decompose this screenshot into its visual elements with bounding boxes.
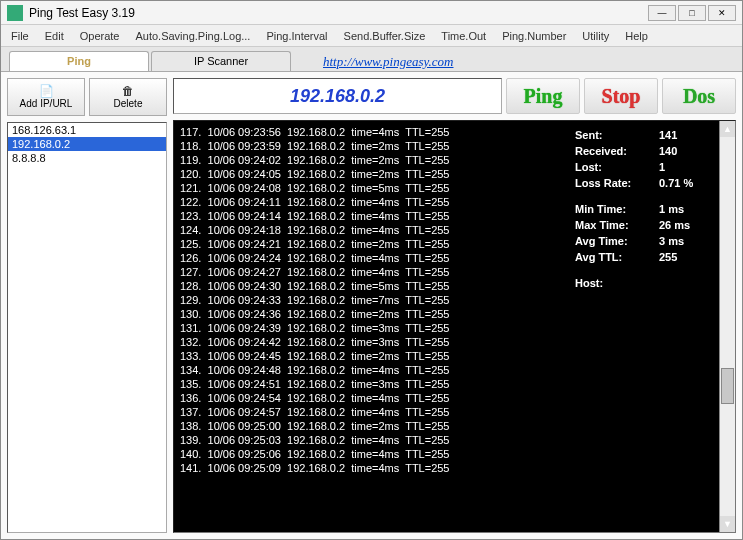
close-button[interactable]: ✕: [708, 5, 736, 21]
menu-help[interactable]: Help: [625, 30, 648, 42]
stat-avgttl-label: Avg TTL:: [575, 249, 659, 265]
stat-sent-value: 141: [659, 127, 677, 143]
delete-icon: 🗑: [122, 85, 134, 97]
toolbar-row: 📄 Add IP/URL 🗑 Delete: [7, 78, 167, 116]
menu-ping-number[interactable]: Ping.Number: [502, 30, 566, 42]
stat-host-label: Host:: [575, 275, 659, 291]
stat-avg-value: 3 ms: [659, 233, 684, 249]
stat-min-label: Min Time:: [575, 201, 659, 217]
minimize-button[interactable]: —: [648, 5, 676, 21]
stat-lossrate-value: 0.71 %: [659, 175, 693, 191]
stat-lost-label: Lost:: [575, 159, 659, 175]
menu-send-buffer-size[interactable]: Send.Buffer.Size: [344, 30, 426, 42]
stat-lossrate-label: Loss Rate:: [575, 175, 659, 191]
stat-lost-value: 1: [659, 159, 665, 175]
stat-sent-label: Sent:: [575, 127, 659, 143]
stat-received-value: 140: [659, 143, 677, 159]
add-icon: 📄: [39, 85, 54, 97]
right-panel: 192.168.0.2 Ping Stop Dos 117. 10/06 09:…: [173, 78, 736, 533]
menu-file[interactable]: File: [11, 30, 29, 42]
add-ip-button[interactable]: 📄 Add IP/URL: [7, 78, 85, 116]
stop-button[interactable]: Stop: [584, 78, 658, 114]
dos-button[interactable]: Dos: [662, 78, 736, 114]
menu-operate[interactable]: Operate: [80, 30, 120, 42]
delete-label: Delete: [114, 98, 143, 109]
scroll-thumb[interactable]: [721, 368, 734, 404]
stats-panel: Sent:141 Received:140 Lost:1 Loss Rate:0…: [567, 121, 735, 532]
ip-list[interactable]: 168.126.63.1192.168.0.28.8.8.8: [7, 122, 167, 533]
delete-button[interactable]: 🗑 Delete: [89, 78, 167, 116]
ip-list-item[interactable]: 168.126.63.1: [8, 123, 166, 137]
menu-ping-interval[interactable]: Ping.Interval: [266, 30, 327, 42]
content-area: 📄 Add IP/URL 🗑 Delete 168.126.63.1192.16…: [1, 71, 742, 539]
stat-avgttl-value: 255: [659, 249, 677, 265]
add-ip-label: Add IP/URL: [20, 98, 73, 109]
tab-ping[interactable]: Ping: [9, 51, 149, 71]
console: 117. 10/06 09:23:56 192.168.0.2 time=4ms…: [173, 120, 736, 533]
menubar: FileEditOperateAuto.Saving.Ping.Log...Pi…: [1, 25, 742, 47]
titlebar[interactable]: Ping Test Easy 3.19 — □ ✕: [1, 1, 742, 25]
command-row: 192.168.0.2 Ping Stop Dos: [173, 78, 736, 114]
ping-log[interactable]: 117. 10/06 09:23:56 192.168.0.2 time=4ms…: [174, 121, 567, 532]
stat-received-label: Received:: [575, 143, 659, 159]
menu-utility[interactable]: Utility: [582, 30, 609, 42]
left-panel: 📄 Add IP/URL 🗑 Delete 168.126.63.1192.16…: [7, 78, 167, 533]
tabbar: Ping IP Scanner http://www.pingeasy.com: [1, 47, 742, 71]
target-ip-input[interactable]: 192.168.0.2: [173, 78, 502, 114]
stat-max-value: 26 ms: [659, 217, 690, 233]
ping-button[interactable]: Ping: [506, 78, 580, 114]
menu-edit[interactable]: Edit: [45, 30, 64, 42]
menu-auto-saving-ping-log[interactable]: Auto.Saving.Ping.Log...: [135, 30, 250, 42]
scroll-down-icon[interactable]: ▼: [720, 516, 735, 532]
scroll-up-icon[interactable]: ▲: [720, 121, 735, 137]
stat-max-label: Max Time:: [575, 217, 659, 233]
menu-time-out[interactable]: Time.Out: [441, 30, 486, 42]
app-window: Ping Test Easy 3.19 — □ ✕ FileEditOperat…: [0, 0, 743, 540]
ip-list-item[interactable]: 8.8.8.8: [8, 151, 166, 165]
log-scrollbar[interactable]: ▲ ▼: [719, 121, 735, 532]
window-title: Ping Test Easy 3.19: [29, 6, 648, 20]
tab-website-link[interactable]: http://www.pingeasy.com: [293, 51, 483, 71]
app-icon: [7, 5, 23, 21]
stat-min-value: 1 ms: [659, 201, 684, 217]
ip-list-item[interactable]: 192.168.0.2: [8, 137, 166, 151]
stat-avg-label: Avg Time:: [575, 233, 659, 249]
tab-ip-scanner[interactable]: IP Scanner: [151, 51, 291, 71]
window-controls: — □ ✕: [648, 5, 736, 21]
maximize-button[interactable]: □: [678, 5, 706, 21]
